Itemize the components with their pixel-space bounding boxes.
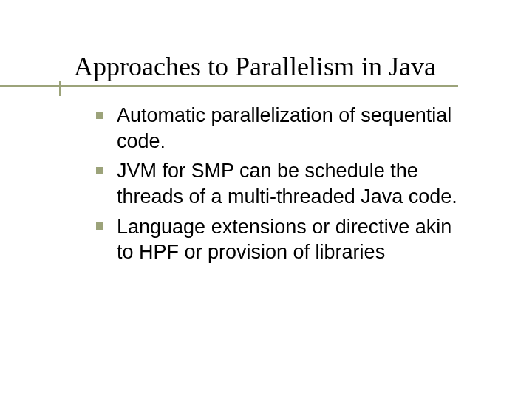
slide-title: Approaches to Parallelism in Java (74, 52, 488, 82)
title-area: Approaches to Parallelism in Java (74, 52, 488, 82)
bullet-item: Automatic parallelization of sequential … (96, 103, 466, 154)
bullet-item: Language extensions or directive akin to… (96, 214, 466, 265)
title-tick (59, 81, 61, 96)
title-underline (0, 85, 458, 87)
bullet-list: Automatic parallelization of sequential … (74, 103, 488, 265)
slide: Approaches to Parallelism in Java Automa… (0, 0, 532, 399)
bullet-item: JVM for SMP can be schedule the threads … (96, 158, 466, 209)
